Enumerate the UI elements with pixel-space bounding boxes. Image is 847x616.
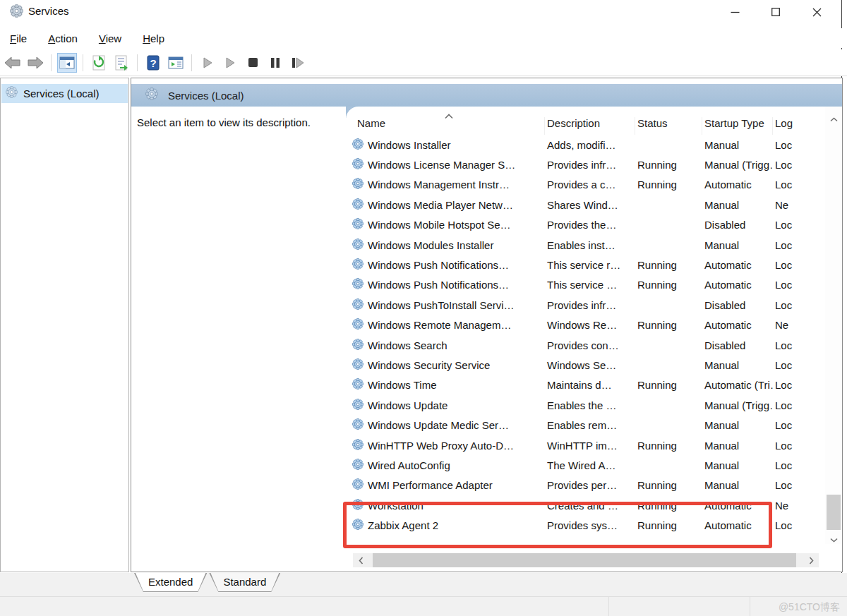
table-row[interactable]: Windows Update Medic Ser… Enables rem… M… bbox=[346, 415, 825, 435]
status-divider bbox=[0, 596, 847, 597]
table-row[interactable]: WinHTTP Web Proxy Auto-D… WinHTTP im… Ru… bbox=[346, 435, 825, 455]
table-row[interactable]: Windows Installer Adds, modifi… Manual L… bbox=[346, 135, 825, 155]
service-name: Windows Search bbox=[368, 339, 447, 351]
forward-icon[interactable] bbox=[25, 53, 45, 73]
tab-extended[interactable]: Extended bbox=[134, 573, 207, 592]
start-service-icon[interactable] bbox=[198, 53, 217, 73]
horizontal-scrollbar-thumb[interactable] bbox=[373, 553, 796, 567]
service-gear-icon bbox=[352, 238, 364, 252]
table-row[interactable]: Windows Update Enables the … Manual (Tri… bbox=[346, 395, 825, 415]
toolbar-separator bbox=[83, 54, 83, 71]
horizontal-scrollbar[interactable] bbox=[353, 553, 819, 567]
restart-service-icon[interactable] bbox=[288, 53, 308, 73]
maximize-button[interactable] bbox=[755, 0, 796, 24]
service-startup-type: Manual (Trigg… bbox=[702, 159, 773, 171]
table-row[interactable]: Windows Push Notifications… This service… bbox=[346, 255, 825, 274]
column-header-name[interactable]: Name bbox=[346, 117, 545, 135]
sidebar-item-services-local[interactable]: Services (Local) bbox=[1, 84, 128, 103]
service-gear-icon bbox=[352, 178, 364, 191]
service-startup-type: Disabled bbox=[702, 219, 773, 231]
vertical-scrollbar[interactable] bbox=[825, 107, 842, 544]
status-divider bbox=[750, 597, 750, 616]
show-action-pane-icon[interactable] bbox=[166, 53, 186, 73]
table-row[interactable]: Windows PushToInstall Servi… Provides in… bbox=[346, 295, 825, 315]
service-name: Windows Security Service bbox=[368, 359, 490, 371]
refresh-icon[interactable] bbox=[89, 53, 109, 73]
sidebar-item-label: Services (Local) bbox=[23, 87, 100, 99]
table-row[interactable]: Windows Push Notifications… This service… bbox=[346, 275, 825, 295]
column-header-description[interactable]: Description bbox=[545, 117, 635, 135]
menu-file[interactable]: File bbox=[6, 31, 31, 46]
service-status: Running bbox=[635, 440, 702, 452]
table-row[interactable]: Windows Modules Installer Enables inst… … bbox=[346, 235, 825, 255]
menu-bar: File Action View Help bbox=[0, 28, 847, 48]
watermark: @51CTO博客 bbox=[779, 601, 840, 614]
service-status: Running bbox=[635, 179, 702, 191]
service-description: Shares Wind… bbox=[545, 199, 635, 211]
resume-service-icon[interactable] bbox=[220, 53, 240, 73]
service-name: Windows Media Player Netw… bbox=[368, 199, 513, 211]
table-row[interactable]: Windows Media Player Netw… Shares Wind… … bbox=[346, 195, 825, 215]
service-gear-icon bbox=[352, 418, 364, 432]
service-name: Windows Management Instr… bbox=[368, 179, 510, 191]
service-log-on-as: Loc bbox=[773, 440, 825, 452]
service-status: Running bbox=[635, 379, 702, 391]
service-startup-type: Automatic bbox=[702, 259, 773, 271]
table-row[interactable]: Windows License Manager S… Provides infr… bbox=[346, 155, 825, 174]
service-gear-icon bbox=[352, 439, 364, 452]
column-header-startup-type[interactable]: Startup Type bbox=[702, 117, 773, 135]
service-gear-icon bbox=[352, 519, 364, 532]
table-row[interactable]: Workstation Creates and … Running Automa… bbox=[346, 495, 825, 515]
service-description: WinHTTP im… bbox=[545, 440, 635, 452]
menu-view[interactable]: View bbox=[95, 31, 126, 46]
service-gear-icon bbox=[352, 318, 364, 332]
service-description: Enables inst… bbox=[545, 239, 635, 251]
close-button[interactable] bbox=[796, 0, 837, 24]
tab-standard[interactable]: Standard bbox=[209, 573, 280, 592]
service-gear-icon bbox=[352, 278, 364, 291]
service-name: WMI Performance Adapter bbox=[368, 479, 493, 491]
vertical-scrollbar-thumb[interactable] bbox=[827, 495, 841, 530]
table-row[interactable]: Zabbix Agent 2 Provides sys… Running Aut… bbox=[346, 515, 825, 535]
svg-text:?: ? bbox=[150, 56, 156, 68]
service-name: Windows Modules Installer bbox=[368, 239, 493, 251]
back-icon[interactable] bbox=[3, 53, 23, 73]
service-log-on-as: Ne bbox=[773, 199, 825, 211]
service-status: Running bbox=[635, 500, 702, 512]
show-console-tree-icon[interactable] bbox=[57, 53, 77, 73]
menu-action[interactable]: Action bbox=[44, 31, 82, 46]
service-gear-icon bbox=[352, 459, 364, 472]
table-row[interactable]: Windows Search Provides con… Disabled Lo… bbox=[346, 335, 825, 355]
service-gear-icon bbox=[352, 298, 364, 312]
chevron-up-icon[interactable] bbox=[825, 112, 842, 125]
table-row[interactable]: Windows Remote Managem… Windows Re… Runn… bbox=[346, 315, 825, 335]
service-startup-type: Manual bbox=[702, 359, 773, 371]
table-row[interactable]: Windows Time Maintains d… Running Automa… bbox=[346, 375, 825, 395]
menu-help[interactable]: Help bbox=[138, 31, 169, 46]
table-row[interactable]: Wired AutoConfig The Wired A… Manual Loc bbox=[346, 455, 825, 475]
chevron-down-icon[interactable] bbox=[825, 533, 842, 545]
table-row[interactable]: WMI Performance Adapter Provides per… Ru… bbox=[346, 476, 825, 495]
service-log-on-as: Loc bbox=[773, 339, 825, 351]
column-header-log-on-as[interactable]: Log bbox=[773, 117, 825, 135]
console-tree-panel: Services (Local) bbox=[0, 78, 129, 572]
chevron-left-icon[interactable] bbox=[354, 553, 367, 567]
stop-service-icon[interactable] bbox=[243, 53, 263, 73]
service-startup-type: Manual (Trigg… bbox=[702, 399, 773, 411]
service-description: Maintains d… bbox=[545, 379, 635, 391]
help-icon[interactable]: ? bbox=[143, 53, 163, 73]
service-log-on-as: Loc bbox=[773, 359, 825, 371]
service-startup-type: Automatic bbox=[702, 179, 773, 191]
pause-service-icon[interactable] bbox=[265, 53, 285, 73]
table-row[interactable]: Windows Management Instr… Provides a c… … bbox=[346, 175, 825, 195]
column-header-status[interactable]: Status bbox=[635, 117, 702, 135]
table-row[interactable]: Windows Security Service Windows Se… Man… bbox=[346, 355, 825, 375]
chevron-right-icon[interactable] bbox=[805, 553, 817, 567]
table-row[interactable]: Windows Mobile Hotspot Se… Provides the…… bbox=[346, 215, 825, 235]
service-startup-type: Automatic bbox=[702, 519, 773, 531]
export-list-icon[interactable] bbox=[112, 53, 131, 73]
toolbar-separator bbox=[51, 54, 52, 71]
service-description: Provides con… bbox=[545, 339, 635, 351]
service-name: Windows Push Notifications… bbox=[368, 279, 509, 291]
minimize-button[interactable] bbox=[714, 0, 755, 24]
